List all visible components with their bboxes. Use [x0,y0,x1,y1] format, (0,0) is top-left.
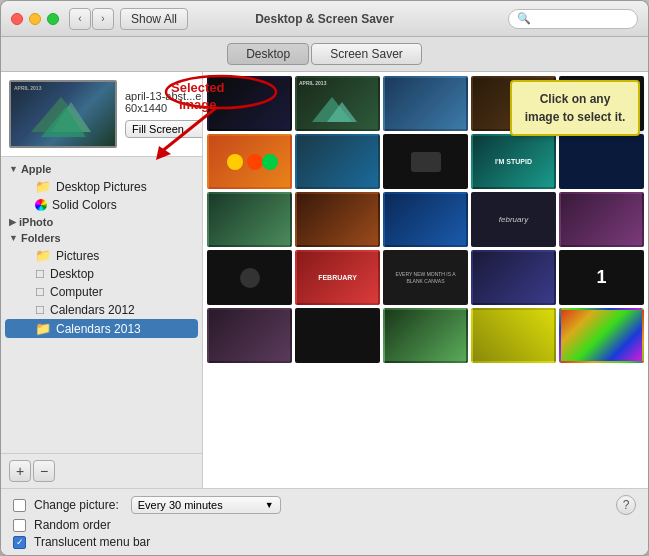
wallpaper-item[interactable] [295,308,380,363]
sidebar-section-label: iPhoto [19,216,53,228]
add-source-button[interactable]: + [9,460,31,482]
sidebar-item-pictures[interactable]: 📁 Pictures [5,246,198,265]
change-picture-checkbox[interactable] [13,499,26,512]
preview-info: april-13-abst...endar-2560x1440 Fill Scr… [125,90,203,138]
sidebar-item-label: Solid Colors [52,198,117,212]
wallpaper-item[interactable]: I'M STUPID [471,134,556,189]
wallpaper-item[interactable] [471,308,556,363]
sidebar-item-label: Computer [50,285,103,299]
minimize-button[interactable] [29,13,41,25]
sidebar-item-label: Calendars 2013 [56,322,141,336]
sidebar-item-label: Desktop [50,267,94,281]
sidebar-section-label: Apple [21,163,52,175]
sidebar-item-label: Pictures [56,249,99,263]
titlebar: ‹ › Show All Desktop & Screen Saver 🔍 [1,1,648,37]
wallpaper-item[interactable] [383,192,468,247]
translucent-menu-row: ✓ Translucent menu bar [13,535,636,549]
sidebar-item-desktop-folder[interactable]: ☐ Desktop [5,265,198,283]
tab-screensaver[interactable]: Screen Saver [311,43,422,65]
svg-point-6 [247,154,263,170]
maximize-button[interactable] [47,13,59,25]
sidebar-item-computer[interactable]: ☐ Computer [5,283,198,301]
random-order-checkbox[interactable] [13,519,26,532]
interval-dropdown[interactable]: Every 30 minutes ▼ [131,496,281,514]
wallpaper-item[interactable] [207,76,292,131]
wallpaper-item[interactable] [207,192,292,247]
tab-desktop[interactable]: Desktop [227,43,309,65]
interval-value: Every 30 minutes [138,499,223,511]
folder-icon: 📁 [35,179,51,194]
preview-filename: april-13-abst...endar-2560x1440 [125,90,203,114]
expand-icon: ▼ [9,164,18,174]
wallpaper-item[interactable] [383,308,468,363]
bottom-bar: Change picture: Every 30 minutes ▼ ? Ran… [1,488,648,555]
sidebar-item-calendars-2013[interactable]: 📁 Calendars 2013 [5,319,198,338]
random-order-label: Random order [34,518,111,532]
translucent-menu-label: Translucent menu bar [34,535,150,549]
wallpaper-item[interactable] [207,308,292,363]
traffic-lights [11,13,59,25]
sidebar-item-label: Desktop Pictures [56,180,147,194]
source-list: ▼ Apple 📁 Desktop Pictures Solid Colors … [1,157,202,453]
expand-icon: ▶ [9,217,16,227]
remove-source-button[interactable]: − [33,460,55,482]
wallpaper-item[interactable]: APRIL 2013 [295,76,380,131]
svg-point-7 [262,154,278,170]
window: ‹ › Show All Desktop & Screen Saver 🔍 De… [0,0,649,556]
click-hint-text: Click on any image to select it. [525,92,626,124]
preview-area: APRIL 2013 april-13-abst...endar-2560x14… [1,72,202,157]
sidebar-section-label: Folders [21,232,61,244]
wallpaper-item[interactable] [383,76,468,131]
fill-mode-dropdown[interactable]: Fill Screen ▼ [125,120,203,138]
show-all-button[interactable]: Show All [120,8,188,30]
window-title: Desktop & Screen Saver [255,12,394,26]
colorball-icon [35,199,47,211]
search-icon: 🔍 [517,12,531,25]
wallpaper-item[interactable] [471,250,556,305]
sidebar-item-solid-colors[interactable]: Solid Colors [5,196,198,214]
sidebar-section-iphoto[interactable]: ▶ iPhoto [1,214,202,230]
sidebar-item-desktop-pictures[interactable]: 📁 Desktop Pictures [5,177,198,196]
dropdown-arrow-icon: ▼ [265,500,274,510]
expand-icon: ▼ [9,233,18,243]
wallpaper-item[interactable] [295,192,380,247]
forward-button[interactable]: › [92,8,114,30]
sidebar-bottom-buttons: + − [1,453,202,488]
content-area: APRIL 2013 april-13-abst...endar-2560x14… [1,72,648,488]
search-box[interactable]: 🔍 [508,9,638,29]
main-right-area: Selected Image Click on any image to sel… [203,72,648,488]
wallpaper-item[interactable] [559,192,644,247]
file-icon: ☐ [35,268,45,281]
wallpaper-item[interactable] [383,134,468,189]
wallpaper-item[interactable] [207,134,292,189]
sidebar-section-apple[interactable]: ▼ Apple [1,161,202,177]
help-button[interactable]: ? [616,495,636,515]
wallpaper-item[interactable]: 1 [559,250,644,305]
wallpaper-item[interactable]: EVERY NEW MONTH IS A BLANK CANVAS [383,250,468,305]
wallpaper-item[interactable] [559,134,644,189]
close-button[interactable] [11,13,23,25]
back-button[interactable]: ‹ [69,8,91,30]
search-input[interactable] [535,13,629,25]
folder-icon: 📁 [35,321,51,336]
change-picture-label: Change picture: [34,498,119,512]
translucent-menu-checkbox[interactable]: ✓ [13,536,26,549]
click-hint-annotation: Click on any image to select it. [510,80,640,136]
svg-point-5 [227,154,243,170]
nav-buttons: ‹ › [69,8,114,30]
file-icon: ☐ [35,304,45,317]
wallpaper-item[interactable] [559,308,644,363]
sidebar-section-folders[interactable]: ▼ Folders [1,230,202,246]
wallpaper-grid-container: Click on any image to select it. APRIL 2… [203,72,648,488]
wallpaper-item[interactable]: FEBRUARY [295,250,380,305]
sidebar-item-label: Calendars 2012 [50,303,135,317]
sidebar-item-calendars-2012[interactable]: ☐ Calendars 2012 [5,301,198,319]
wallpaper-item[interactable] [295,134,380,189]
wallpaper-item[interactable] [207,250,292,305]
change-picture-row: Change picture: Every 30 minutes ▼ ? [13,495,636,515]
file-icon: ☐ [35,286,45,299]
tab-toolbar: Desktop Screen Saver [1,37,648,72]
folder-icon: 📁 [35,248,51,263]
preview-thumbnail[interactable]: APRIL 2013 [9,80,117,148]
wallpaper-item[interactable]: february [471,192,556,247]
